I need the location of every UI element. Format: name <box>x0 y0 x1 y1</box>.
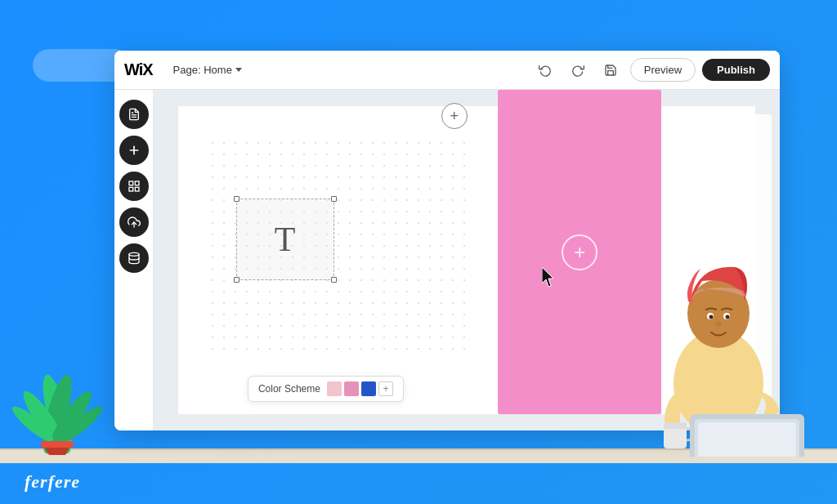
svg-rect-27 <box>664 422 687 429</box>
page-selector[interactable]: Page: Home <box>166 60 249 80</box>
svg-rect-14 <box>135 187 139 191</box>
svg-rect-30 <box>698 422 796 457</box>
sidebar-icon-media[interactable] <box>119 207 149 237</box>
swatch-pink-medium[interactable] <box>344 381 359 396</box>
handle-br <box>331 277 337 283</box>
handle-tl <box>234 196 239 202</box>
undo-icon <box>539 64 552 77</box>
text-placeholder: T <box>275 220 296 259</box>
page-selector-label: Page: Home <box>173 64 232 76</box>
svg-point-23 <box>709 315 714 319</box>
save-button[interactable] <box>598 57 624 83</box>
sidebar-icon-apps[interactable] <box>119 172 149 201</box>
undo-button[interactable] <box>532 57 558 83</box>
database-icon <box>128 252 141 265</box>
svg-rect-13 <box>129 187 133 191</box>
svg-rect-6 <box>41 441 74 448</box>
upload-icon <box>128 216 141 229</box>
svg-rect-11 <box>129 181 133 185</box>
svg-rect-12 <box>135 181 139 185</box>
pages-icon <box>128 108 141 121</box>
swatch-blue-dark[interactable] <box>361 381 376 396</box>
svg-point-25 <box>715 322 722 327</box>
save-icon <box>604 64 617 77</box>
character-illustration <box>624 195 812 457</box>
pink-add-button[interactable]: + <box>562 234 598 270</box>
text-element[interactable]: T <box>236 198 334 280</box>
add-icon <box>128 144 141 157</box>
sidebar <box>114 90 154 430</box>
add-swatch-button[interactable]: + <box>378 381 393 396</box>
chevron-down-icon <box>235 68 242 72</box>
brand-label: ferfere <box>25 471 80 493</box>
preview-button[interactable]: Preview <box>630 58 696 82</box>
redo-button[interactable] <box>565 57 591 83</box>
color-swatches: + <box>327 381 393 396</box>
top-add-button[interactable]: + <box>441 103 468 129</box>
top-add-icon: + <box>450 108 459 125</box>
pink-add-icon: + <box>574 243 585 262</box>
sidebar-icon-database[interactable] <box>119 243 149 273</box>
svg-point-24 <box>726 315 730 319</box>
color-scheme-bar: Color Scheme + <box>248 376 404 402</box>
sidebar-icon-pages[interactable] <box>119 100 149 129</box>
toolbar: WiX Page: Home Preview Publis <box>114 51 780 90</box>
svg-point-16 <box>129 252 139 256</box>
apps-icon <box>128 180 141 193</box>
publish-button[interactable]: Publish <box>702 59 770 81</box>
handle-tr <box>331 196 337 202</box>
plant-decoration <box>12 357 102 455</box>
handle-bl <box>234 277 239 283</box>
wix-logo: WiX <box>124 60 153 79</box>
color-scheme-label: Color Scheme <box>258 383 320 395</box>
redo-icon <box>571 64 584 77</box>
swatch-pink-light[interactable] <box>327 381 342 396</box>
sidebar-icon-add[interactable] <box>119 136 149 165</box>
